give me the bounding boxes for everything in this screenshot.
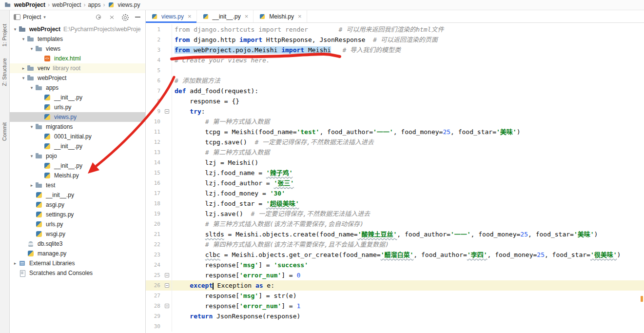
fold-gutter: [163, 209, 172, 219]
tree-item-apps[interactable]: ▾apps: [10, 83, 145, 93]
toolwindow-button-commit[interactable]: Commit: [1, 122, 7, 141]
collapse-all-icon[interactable]: [108, 14, 115, 20]
code-line-3[interactable]: 3from webProject.pojo.Meishi import Meis…: [146, 45, 644, 55]
chevron-right-icon[interactable]: ▸: [12, 261, 19, 266]
code-line-21[interactable]: 21 sltds = Meishi.objects.create(food_na…: [146, 229, 644, 239]
tree-item-asgi-py[interactable]: asgi.py: [10, 200, 145, 210]
code-line-7[interactable]: 7def add_food(request):: [146, 86, 644, 96]
fold-icon: −: [165, 109, 169, 114]
toolwindow-button-1-project[interactable]: 1: Project: [1, 24, 7, 46]
code-line-26[interactable]: 26− except Exception as e:: [146, 280, 644, 291]
breadcrumb-item-webproject[interactable]: webProject: [52, 1, 81, 8]
code-line-25[interactable]: 25− response['error_num'] = 0: [146, 270, 644, 280]
tree-item-test[interactable]: ▸test: [10, 180, 145, 190]
chevron-down-icon[interactable]: ▾: [20, 37, 27, 41]
code-line-30[interactable]: 30: [146, 321, 644, 332]
code-line-10[interactable]: 10 # 第一种方式插入数据: [146, 117, 644, 127]
breadcrumb-item-apps[interactable]: apps: [88, 1, 100, 8]
hide-panel-icon[interactable]: [135, 14, 141, 20]
code-line-1[interactable]: 1from django.shortcuts import render # 可…: [146, 24, 644, 35]
toolwindow-button-z-structure[interactable]: Z: Structure: [1, 58, 7, 86]
fold-marker[interactable]: −: [163, 280, 172, 291]
tree-item-settings-py[interactable]: settings.py: [10, 210, 145, 219]
code-line-20[interactable]: 20 # 第三种方式插入数据(该方法不需要保存,会自动保存): [146, 219, 644, 229]
tree-item-webproject[interactable]: ▾webProjectE:\PycharmProjects\webProje: [10, 24, 145, 34]
tree-item-views[interactable]: ▾views: [10, 44, 145, 54]
tree-item-urls-py[interactable]: urls.py: [10, 219, 145, 229]
scrollbar-error-stripe[interactable]: [639, 23, 644, 333]
code-line-5[interactable]: 5: [146, 65, 644, 76]
tab-init-py[interactable]: __init__.py×: [197, 10, 254, 22]
code-line-11[interactable]: 11 tcpg = Meishi(food_name='test', food_…: [146, 127, 644, 137]
code-token: '美味': [496, 128, 517, 136]
code-line-6[interactable]: 6# 添加数据方法: [146, 76, 644, 86]
gear-icon[interactable]: [121, 14, 128, 20]
chevron-down-icon[interactable]: ▾: [12, 27, 19, 32]
code-line-19[interactable]: 19 lzj.save() # 一定要记得保存,不然数据无法插入进去: [146, 209, 644, 219]
warning-stripe-mark[interactable]: [641, 296, 643, 302]
code-line-14[interactable]: 14 lzj = Meishi(): [146, 157, 644, 168]
chevron-down-icon[interactable]: ▾: [43, 15, 46, 20]
code-line-4[interactable]: 4# Create your views here.: [146, 55, 644, 65]
tree-item-label: __init__.py: [54, 143, 82, 150]
chevron-down-icon[interactable]: ▾: [28, 85, 35, 90]
chevron-down-icon[interactable]: ▾: [28, 124, 35, 129]
code-line-24[interactable]: 24 response['msg'] = 'success': [146, 260, 644, 270]
tree-item-init-py[interactable]: __init__.py: [10, 93, 145, 102]
fold-marker[interactable]: −: [163, 270, 172, 280]
tree-item-init-py[interactable]: __init__.py: [10, 161, 145, 171]
code-line-18[interactable]: 18 lzj.food_star = '超级美味': [146, 198, 644, 209]
tree-item-wsgi-py[interactable]: wsgi.py: [10, 229, 145, 239]
close-icon[interactable]: ×: [298, 13, 302, 20]
chevron-right-icon[interactable]: ▸: [28, 183, 35, 188]
tree-item-venv[interactable]: ▸venvlibrary root: [10, 63, 145, 73]
code-line-22[interactable]: 22 # 第四种方式插入数据(该方法不需要保存,且不会插入重复数据): [146, 239, 644, 250]
project-panel-title[interactable]: Project: [23, 14, 41, 20]
tree-item-pojo[interactable]: ▾pojo: [10, 151, 145, 161]
code-line-15[interactable]: 15 lzj.food_name = '辣子鸡': [146, 168, 644, 178]
code-line-17[interactable]: 17 lzj.food_money = '30': [146, 188, 644, 198]
code-token: '醋溜白菜': [381, 251, 414, 258]
code-line-9[interactable]: 9− try:: [146, 106, 644, 117]
editor[interactable]: 1from django.shortcuts import render # 可…: [146, 23, 644, 333]
code-line-13[interactable]: 13 # 第二种方式插入数据: [146, 147, 644, 157]
tree-item-db-sqlite3[interactable]: db.sqlite3: [10, 239, 145, 249]
fold-marker[interactable]: −: [163, 301, 172, 311]
chevron-down-icon[interactable]: ▾: [28, 154, 35, 158]
tree-item-0001-initial-py[interactable]: 0001_initial.py: [10, 132, 145, 141]
tree-item-migrations[interactable]: ▾migrations: [10, 122, 145, 132]
tree-item-external-libraries[interactable]: ▸External Libraries: [10, 258, 145, 268]
code-line-29[interactable]: 29 return JsonResponse(response): [146, 311, 644, 321]
tree-item-meishi-py[interactable]: Meishi.py: [10, 171, 145, 180]
code-line-23[interactable]: 23 clbc = Meishi.objects.get_or_create(f…: [146, 250, 644, 260]
chevron-right-icon[interactable]: ▸: [20, 66, 27, 71]
close-icon[interactable]: ×: [245, 13, 249, 20]
fold-marker[interactable]: −: [163, 106, 172, 117]
tree-item-views-py[interactable]: views.py: [10, 112, 145, 122]
code-text: response['error_num'] = 0: [172, 270, 644, 280]
breadcrumb-item-views-py[interactable]: views.py: [107, 1, 140, 9]
code-line-27[interactable]: 27 response['msg'] = str(e): [146, 291, 644, 301]
breadcrumb-item-webproject[interactable]: webProject: [4, 1, 45, 9]
code-line-8[interactable]: 8 response = {}: [146, 96, 644, 106]
code-line-28[interactable]: 28− response['error_num'] = 1: [146, 301, 644, 311]
tree-item-manage-py[interactable]: manage.py: [10, 249, 145, 258]
select-opened-file-icon[interactable]: [95, 14, 102, 20]
tree-item-index-html[interactable]: index.html: [10, 54, 145, 63]
chevron-down-icon[interactable]: ▾: [28, 46, 35, 51]
tree-item-init-py[interactable]: __init__.py: [10, 190, 145, 200]
tab-meishi-py[interactable]: Meishi.py×: [254, 10, 307, 22]
chevron-down-icon[interactable]: ▾: [20, 76, 27, 80]
html-icon: [43, 55, 52, 62]
tree-item-init-py[interactable]: __init__.py: [10, 141, 145, 151]
tree-item-webproject[interactable]: ▾webProject: [10, 73, 145, 83]
tree-item-templates[interactable]: ▾templates: [10, 34, 145, 44]
code-line-16[interactable]: 16 lzj.food_author = '张三': [146, 178, 644, 188]
code-text: # 添加数据方法: [172, 76, 644, 86]
code-line-2[interactable]: 2from django.http import HttpResponse, J…: [146, 35, 644, 45]
tab-views-py[interactable]: views.py×: [146, 10, 197, 22]
tree-item-urls-py[interactable]: urls.py: [10, 102, 145, 112]
code-line-12[interactable]: 12 tcpg.save() # 一定要记得保存,不然数据无法插入进去: [146, 137, 644, 147]
tree-item-scratches-and-consoles[interactable]: Scratches and Consoles: [10, 268, 145, 278]
close-icon[interactable]: ×: [188, 13, 192, 20]
